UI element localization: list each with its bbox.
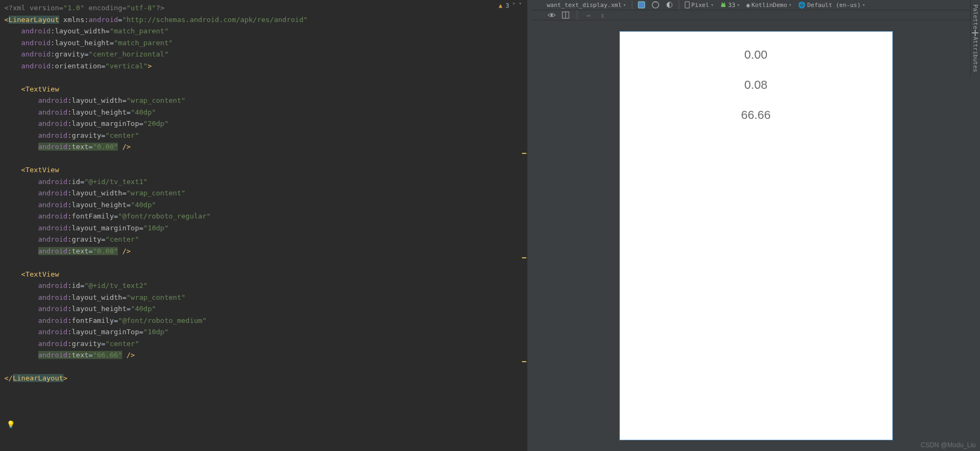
chevron-down-icon: ▾ [737,2,739,8]
device-selector[interactable]: Pixel ▾ [682,1,716,9]
orientation-icon[interactable] [650,1,661,9]
palette-tab[interactable]: Palette [970,0,980,33]
toolbar-separator [679,1,679,9]
theme-name: KotlinDemo [751,2,787,9]
next-problem-icon[interactable]: ˅ [519,2,522,9]
night-mode-icon[interactable] [664,1,675,9]
api-level: 33 [728,2,735,9]
file-name: want_text_display.xml [547,2,622,9]
intention-bulb-icon[interactable]: 💡 [6,420,15,428]
gutter-mark[interactable] [522,153,526,154]
prev-problem-icon[interactable]: ˄ [512,2,516,9]
code-editor-pane[interactable]: ▲ 3 ˄ ˅ <?xml version="1.0" encoding="ut… [0,0,527,451]
gutter-mark[interactable] [522,361,526,362]
gutter-mark[interactable] [522,257,526,258]
textview-3[interactable]: 66.66 [741,108,771,122]
textview-1[interactable]: 0.00 [744,48,767,62]
layout-preview-pane: Palette Attributes want_text_display.xml… [532,0,980,451]
chevron-down-icon: ▾ [711,2,714,8]
warning-icon: ▲ [499,2,503,9]
preview-canvas[interactable]: 0.00 0.08 66.66 [532,20,980,451]
toolbar-separator [577,10,577,20]
svg-rect-10 [972,32,978,33]
device-name: Pixel [692,2,709,9]
view-toolbar: ↔ ↕ [532,10,980,20]
chevron-down-icon: ▾ [623,2,626,8]
blueprint-mode-icon[interactable] [561,10,570,20]
locale-selector[interactable]: 🌐 Default (en-us) ▾ [796,2,868,9]
pan-vertical-icon: ↕ [598,10,608,20]
chevron-down-icon: ▾ [862,2,865,8]
pan-horizontal-icon: ↔ [584,10,594,20]
splitter[interactable] [527,0,532,451]
file-selector[interactable]: want_text_display.xml ▾ [545,2,629,9]
locale-name: Default (en-us) [807,2,861,9]
watermark: CSDN @Modu_Liu [921,441,976,449]
theme-selector[interactable]: ◉ KotlinDemo ▾ [744,2,794,9]
warning-count: 3 [505,2,509,9]
device-frame[interactable]: 0.00 0.08 66.66 [619,31,893,440]
preview-toolbar: want_text_display.xml ▾ Pixel ▾ 33 ▾ ◉ K… [532,0,980,10]
textview-2[interactable]: 0.08 [744,78,767,92]
attributes-tab[interactable]: Attributes [970,32,980,76]
svg-rect-3 [685,2,689,8]
view-mode-eye-icon[interactable] [547,10,556,20]
globe-icon: 🌐 [798,2,806,9]
inspection-status: ▲ 3 ˄ ˅ [499,2,522,9]
svg-rect-0 [638,2,645,8]
design-surface-icon[interactable] [636,1,647,9]
view-options-icon[interactable] [971,29,979,38]
api-selector[interactable]: 33 ▾ [718,2,742,9]
toolbar-separator [632,1,632,9]
chevron-down-icon: ▾ [789,2,792,8]
svg-point-6 [551,14,553,16]
code-text[interactable]: <?xml version="1.0" encoding="utf-8"?> <… [0,0,527,386]
